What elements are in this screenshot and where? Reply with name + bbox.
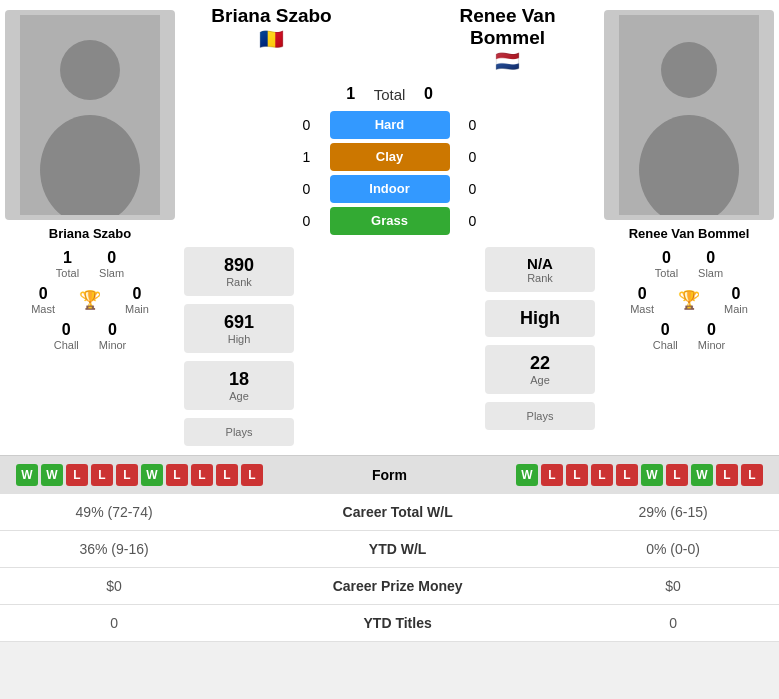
left-age-label: Age [229, 390, 249, 402]
right-player-name: Renee Van Bommel [629, 226, 750, 241]
spacer [365, 5, 415, 77]
player-names-row: Briana Szabo 🇷🇴 Renee Van Bommel 🇳🇱 [180, 5, 599, 77]
left-high-label: High [228, 333, 251, 345]
grass-button[interactable]: Grass [330, 207, 450, 235]
career-total-wl-row: 49% (72-74) Career Total W/L 29% (6-15) [0, 494, 779, 531]
left-mast-cell: 0 Mast [31, 285, 55, 315]
right-form-badge-6: L [666, 464, 688, 486]
right-stats-row-2: 0 Mast 🏆 0 Main [604, 285, 774, 315]
right-main-cell: 0 Main [724, 285, 748, 315]
left-form-badge-7: L [191, 464, 213, 486]
surface-row-hard: 0 Hard 0 [180, 111, 599, 139]
right-form-badge-5: W [641, 464, 663, 486]
left-slam-label: Slam [99, 267, 124, 279]
left-plays-box: Plays [184, 418, 294, 446]
left-form-badge-1: W [41, 464, 63, 486]
left-minor-value: 0 [108, 321, 117, 339]
left-rank-label: Rank [226, 276, 252, 288]
left-form-badge-9: L [241, 464, 263, 486]
career-total-wl-label: Career Total W/L [228, 494, 567, 531]
left-stats-row-2: 0 Mast 🏆 0 Main [5, 285, 175, 315]
grass-score-right: 0 [458, 213, 488, 229]
left-main-label: Main [125, 303, 149, 315]
left-form-badge-8: L [216, 464, 238, 486]
right-high-box: High [485, 300, 595, 337]
form-badges-right: W L L L L W L W L L [516, 464, 763, 486]
left-minor-cell: 0 Minor [99, 321, 127, 351]
right-total-value: 0 [662, 249, 671, 267]
right-flag: 🇳🇱 [495, 49, 520, 73]
right-mast-label: Mast [630, 303, 654, 315]
ytd-wl-left: 36% (9-16) [0, 531, 228, 568]
indoor-score-left: 0 [292, 181, 322, 197]
right-slam-value: 0 [706, 249, 715, 267]
right-age-value: 22 [530, 353, 550, 374]
left-minor-label: Minor [99, 339, 127, 351]
left-slam-value: 0 [107, 249, 116, 267]
left-player-name: Briana Szabo [49, 226, 131, 241]
career-stats-table: 49% (72-74) Career Total W/L 29% (6-15) … [0, 494, 779, 642]
left-total-cell: 1 Total [56, 249, 79, 279]
career-total-wl-right: 29% (6-15) [567, 494, 779, 531]
clay-button[interactable]: Clay [330, 143, 450, 171]
titles-right: 0 [567, 605, 779, 642]
right-player-photo [604, 10, 774, 220]
titles-left: 0 [0, 605, 228, 642]
form-badges-left: W W L L L W L L L L [16, 464, 263, 486]
right-form-badge-7: W [691, 464, 713, 486]
left-stats-row-3: 0 Chall 0 Minor [5, 321, 175, 351]
right-main-label: Main [724, 303, 748, 315]
left-trophy-icon: 🏆 [79, 289, 101, 311]
left-form-badge-6: L [166, 464, 188, 486]
left-high-value: 691 [224, 312, 254, 333]
left-player-area: Briana Szabo 1 Total 0 Slam 0 Mast 🏆 [0, 0, 180, 361]
right-trophy-icon: 🏆 [678, 289, 700, 311]
right-minor-cell: 0 Minor [698, 321, 726, 351]
left-stat-boxes: 890 Rank 691 High 18 Age Plays [180, 243, 298, 450]
left-header: Briana Szabo 🇷🇴 [182, 5, 362, 77]
left-age-value: 18 [229, 369, 249, 390]
surface-row-grass: 0 Grass 0 [180, 207, 599, 235]
left-flag: 🇷🇴 [259, 27, 284, 51]
form-section: W W L L L W L L L L Form W L L L L W L W… [0, 455, 779, 494]
prize-label: Career Prize Money [228, 568, 567, 605]
left-player-photo [5, 10, 175, 220]
total-label: Total [374, 86, 406, 103]
right-rank-box: N/A Rank [485, 247, 595, 292]
hard-score-right: 0 [458, 117, 488, 133]
right-mast-cell: 0 Mast [630, 285, 654, 315]
total-row: 1 Total 0 [336, 85, 444, 103]
clay-score-right: 0 [458, 149, 488, 165]
right-player-silhouette [604, 10, 774, 220]
left-rank-box: 890 Rank [184, 247, 294, 296]
right-plays-box: Plays [485, 402, 595, 430]
left-high-box: 691 High [184, 304, 294, 353]
svg-point-4 [661, 42, 717, 98]
right-age-label: Age [530, 374, 550, 386]
indoor-button[interactable]: Indoor [330, 175, 450, 203]
right-player-top-name: Renee Van Bommel [418, 5, 598, 49]
left-chall-cell: 0 Chall [54, 321, 79, 351]
left-form-badge-2: L [66, 464, 88, 486]
form-label: Form [271, 467, 508, 483]
left-form-badge-0: W [16, 464, 38, 486]
right-chall-label: Chall [653, 339, 678, 351]
grass-score-left: 0 [292, 213, 322, 229]
surface-section: 0 Hard 0 1 Clay 0 0 Indoor 0 0 Grass [180, 111, 599, 235]
left-mast-label: Mast [31, 303, 55, 315]
right-minor-value: 0 [707, 321, 716, 339]
right-header: Renee Van Bommel 🇳🇱 [418, 5, 598, 77]
right-slam-cell: 0 Slam [698, 249, 723, 279]
right-form-badge-2: L [566, 464, 588, 486]
left-main-value: 0 [132, 285, 141, 303]
svg-point-1 [60, 40, 120, 100]
right-form-badge-8: L [716, 464, 738, 486]
hard-button[interactable]: Hard [330, 111, 450, 139]
prize-row: $0 Career Prize Money $0 [0, 568, 779, 605]
titles-label: YTD Titles [228, 605, 567, 642]
surface-row-indoor: 0 Indoor 0 [180, 175, 599, 203]
right-rank-value: N/A [527, 255, 553, 272]
left-stats-row-1: 1 Total 0 Slam [5, 249, 175, 279]
left-player-silhouette [5, 10, 175, 220]
left-form-badge-5: W [141, 464, 163, 486]
